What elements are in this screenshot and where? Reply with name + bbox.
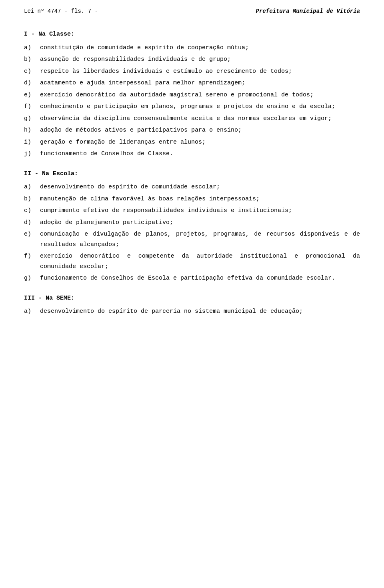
- item-text: respeito às liberdades individuais e est…: [40, 66, 360, 77]
- list-item: a) desenvolvimento do espírito de comuni…: [24, 182, 360, 192]
- header-left-text: Lei nº 4747 - fls. 7 -: [24, 8, 98, 14]
- item-label: g): [24, 114, 40, 124]
- item-label: e): [24, 229, 40, 250]
- list-item: i) geração e formação de lideranças entr…: [24, 137, 360, 148]
- item-text: adoção de planejamento participativo;: [40, 218, 360, 228]
- item-text: comunicação e divulgação de planos, proj…: [40, 229, 360, 250]
- item-label: h): [24, 125, 40, 136]
- list-item: h) adoção de métodos ativos e participat…: [24, 125, 360, 136]
- item-label: d): [24, 78, 40, 88]
- item-text: acatamento e ajuda interpessoal para mel…: [40, 78, 360, 88]
- list-item: d) acatamento e ajuda interpessoal para …: [24, 78, 360, 88]
- item-text: conhecimento e participação em planos, p…: [40, 102, 360, 112]
- item-label: f): [24, 251, 40, 272]
- list-item: b) assunção de responsabilidades individ…: [24, 54, 360, 65]
- section-II-title: II - Na Escola:: [24, 169, 360, 179]
- item-label: b): [24, 194, 40, 204]
- item-text: geração e formação de lideranças entre a…: [40, 137, 360, 148]
- item-label: c): [24, 66, 40, 77]
- item-label: b): [24, 54, 40, 65]
- page-header: Lei nº 4747 - fls. 7 - Prefeitura Munici…: [24, 8, 360, 17]
- item-label: a): [24, 182, 40, 192]
- section-I-title: I - Na Classe:: [24, 29, 360, 40]
- item-text: exercício democrático da autoridade magi…: [40, 90, 360, 100]
- list-item: b) manutenção de clima favorável às boas…: [24, 194, 360, 204]
- list-item: e) comunicação e divulgação de planos, p…: [24, 229, 360, 250]
- list-item: j) funcionamento de Conselhos de Classe.: [24, 149, 360, 159]
- item-text: exercício democrático e competente da au…: [40, 251, 360, 272]
- item-label: e): [24, 90, 40, 100]
- item-text: constituição de comunidade e espírito de…: [40, 43, 360, 53]
- item-text: adoção de métodos ativos e participativo…: [40, 125, 360, 136]
- item-text: cumprimento efetivo de responsabilidades…: [40, 206, 360, 216]
- item-text: manutenção de clima favorável às boas re…: [40, 194, 360, 204]
- item-label: a): [24, 306, 40, 317]
- header-right-text: Prefeitura Municipal de Vitória: [256, 8, 360, 14]
- item-label: c): [24, 206, 40, 216]
- section-III-title: III - Na SEME:: [24, 293, 360, 304]
- item-text: assunção de responsabilidades individuai…: [40, 54, 360, 65]
- item-label: g): [24, 273, 40, 284]
- item-label: a): [24, 43, 40, 53]
- list-item: c) cumprimento efetivo de responsabilida…: [24, 206, 360, 216]
- list-item: a) constituição de comunidade e espírito…: [24, 43, 360, 53]
- item-text: funcionamento de Conselhos de Classe.: [40, 149, 360, 159]
- main-content: I - Na Classe: a) constituição de comuni…: [24, 29, 360, 317]
- item-label: j): [24, 149, 40, 159]
- list-item: d) adoção de planejamento participativo;: [24, 218, 360, 228]
- list-item: c) respeito às liberdades individuais e …: [24, 66, 360, 77]
- list-item: g) funcionamento de Conselhos de Escola …: [24, 273, 360, 284]
- item-text: desenvolvimento do espírito de comunidad…: [40, 182, 360, 192]
- list-item: a) desenvolvimento do espírito de parcer…: [24, 306, 360, 317]
- item-text: funcionamento de Conselhos de Escola e p…: [40, 273, 360, 284]
- item-text: desenvolvimento do espírito de parceria …: [40, 306, 360, 317]
- list-item: f) conhecimento e participação em planos…: [24, 102, 360, 112]
- item-text: observância da disciplina consensualment…: [40, 114, 360, 124]
- item-label: d): [24, 218, 40, 228]
- list-item: g) observância da disciplina consensualm…: [24, 114, 360, 124]
- list-item: e) exercício democrático da autoridade m…: [24, 90, 360, 100]
- item-label: i): [24, 137, 40, 148]
- list-item: f) exercício democrático e competente da…: [24, 251, 360, 272]
- item-label: f): [24, 102, 40, 112]
